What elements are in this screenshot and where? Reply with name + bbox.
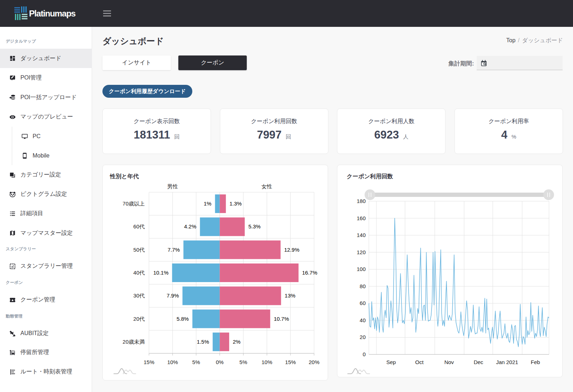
svg-text:20: 20 — [360, 334, 366, 340]
svg-text:女性: 女性 — [261, 183, 272, 189]
svg-text:140: 140 — [357, 232, 366, 238]
svg-text:0%: 0% — [216, 359, 224, 365]
svg-text:男性: 男性 — [167, 183, 178, 189]
svg-text:60: 60 — [360, 300, 366, 306]
svg-text:120: 120 — [357, 249, 366, 255]
svg-text:5.3%: 5.3% — [248, 223, 260, 229]
svg-text:180: 180 — [357, 198, 366, 204]
svg-text:5.8%: 5.8% — [177, 316, 189, 322]
svg-text:20代: 20代 — [133, 316, 145, 322]
svg-text:40: 40 — [360, 317, 366, 323]
svg-text:Dec: Dec — [474, 359, 483, 365]
svg-text:Feb: Feb — [531, 359, 540, 365]
svg-text:5%: 5% — [240, 359, 247, 365]
svg-text:2%: 2% — [233, 339, 241, 345]
svg-text:1.5%: 1.5% — [197, 339, 209, 345]
svg-text:100: 100 — [357, 266, 366, 272]
svg-text:7.9%: 7.9% — [167, 292, 179, 299]
svg-text:0: 0 — [363, 351, 366, 357]
svg-text:10%: 10% — [167, 359, 178, 365]
svg-text:20歳未満: 20歳未満 — [122, 339, 145, 345]
svg-text:5%: 5% — [192, 359, 200, 365]
svg-text:50代: 50代 — [133, 247, 145, 253]
svg-text:Jan 2021: Jan 2021 — [496, 359, 518, 365]
svg-text:30代: 30代 — [133, 292, 145, 299]
svg-text:15%: 15% — [144, 359, 154, 365]
svg-text:70歳以上: 70歳以上 — [122, 200, 145, 207]
svg-text:20%: 20% — [309, 359, 319, 365]
svg-text:60代: 60代 — [133, 223, 145, 229]
svg-text:15%: 15% — [285, 359, 296, 365]
svg-text:Sep: Sep — [386, 359, 396, 365]
svg-text:80: 80 — [360, 283, 366, 289]
svg-text:性別と年代: 性別と年代 — [110, 173, 139, 179]
svg-text:40代: 40代 — [133, 270, 145, 276]
svg-text:4.2%: 4.2% — [184, 223, 196, 229]
svg-text:16.7%: 16.7% — [302, 270, 318, 276]
svg-text:クーポン利用回数: クーポン利用回数 — [347, 173, 393, 179]
svg-text:12.9%: 12.9% — [284, 247, 300, 253]
svg-text:1%: 1% — [204, 200, 212, 207]
svg-text:Oct: Oct — [415, 359, 424, 365]
svg-text:13%: 13% — [285, 292, 295, 299]
svg-text:Nov: Nov — [444, 359, 454, 365]
svg-text:10.1%: 10.1% — [153, 270, 169, 276]
svg-text:1.3%: 1.3% — [230, 200, 242, 207]
svg-text:10.7%: 10.7% — [274, 316, 289, 322]
svg-text:160: 160 — [357, 215, 366, 221]
svg-text:10%: 10% — [261, 359, 272, 365]
svg-text:7.7%: 7.7% — [168, 247, 180, 253]
